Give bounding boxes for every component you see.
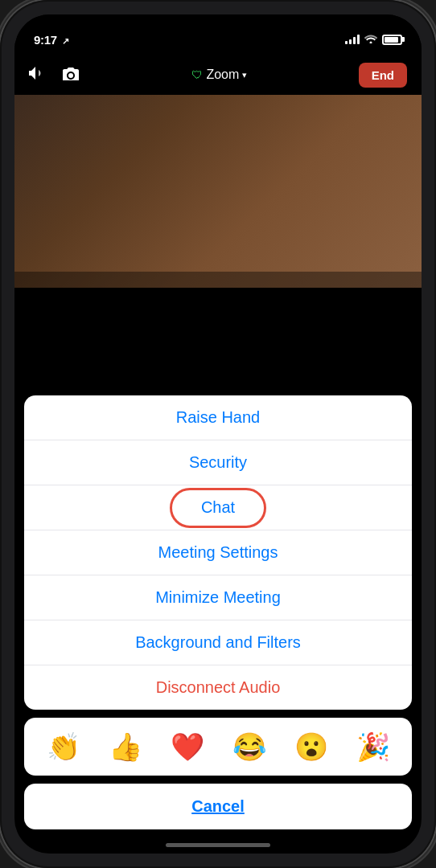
emoji-party[interactable]: 🎉 (356, 731, 390, 763)
security-label: Security (189, 453, 247, 471)
emoji-thumbsup[interactable]: 👍 (109, 731, 142, 763)
svg-point-0 (68, 73, 73, 78)
camera-flip-icon[interactable] (61, 66, 80, 84)
status-time: 9:17 ↗ (34, 33, 68, 47)
emoji-laugh[interactable]: 😂 (232, 731, 266, 763)
raise-hand-label: Raise Hand (176, 408, 261, 426)
chat-action[interactable]: Chat (24, 485, 412, 530)
cancel-sheet[interactable]: Cancel (24, 784, 412, 829)
status-icons (345, 34, 402, 46)
background-filters-action[interactable]: Background and Filters (24, 620, 412, 665)
notch (158, 14, 278, 39)
emoji-wow[interactable]: 😮 (294, 731, 328, 763)
zoom-label[interactable]: 🛡 Zoom ▾ (191, 68, 247, 82)
action-sheet-main: Raise Hand Security Chat Meeting Setting… (24, 395, 412, 710)
disconnect-audio-action[interactable]: Disconnect Audio (24, 665, 412, 710)
background-filters-label: Background and Filters (135, 633, 301, 651)
home-indicator (166, 843, 270, 847)
end-button[interactable]: End (359, 63, 407, 88)
chevron-down-icon: ▾ (242, 70, 247, 80)
minimize-meeting-label: Minimize Meeting (155, 588, 281, 606)
action-sheet-container: Raise Hand Security Chat Meeting Setting… (14, 272, 422, 854)
location-arrow-icon: ↗ (62, 36, 69, 46)
emoji-bar: 👏 👍 ❤️ 😂 😮 🎉 (24, 718, 412, 776)
minimize-meeting-action[interactable]: Minimize Meeting (24, 575, 412, 620)
meeting-settings-label: Meeting Settings (158, 543, 278, 561)
top-bar: 🛡 Zoom ▾ End (14, 55, 422, 95)
battery-icon (382, 35, 402, 45)
raise-hand-action[interactable]: Raise Hand (24, 395, 412, 440)
emoji-heart[interactable]: ❤️ (171, 731, 204, 763)
screen: 9:17 ↗ (14, 14, 422, 854)
shield-icon: 🛡 (191, 68, 203, 81)
top-bar-left (29, 66, 80, 84)
phone-frame: 9:17 ↗ (0, 0, 436, 868)
speaker-icon[interactable] (29, 66, 47, 84)
emoji-clap[interactable]: 👏 (47, 731, 80, 763)
chat-label: Chat (201, 498, 235, 516)
cancel-label: Cancel (191, 797, 245, 815)
disconnect-audio-label: Disconnect Audio (156, 678, 281, 696)
security-action[interactable]: Security (24, 440, 412, 485)
video-area (14, 95, 422, 288)
zoom-text: Zoom (206, 68, 239, 82)
signal-bars-icon (345, 35, 360, 44)
meeting-settings-action[interactable]: Meeting Settings (24, 530, 412, 575)
wifi-icon (364, 34, 377, 46)
